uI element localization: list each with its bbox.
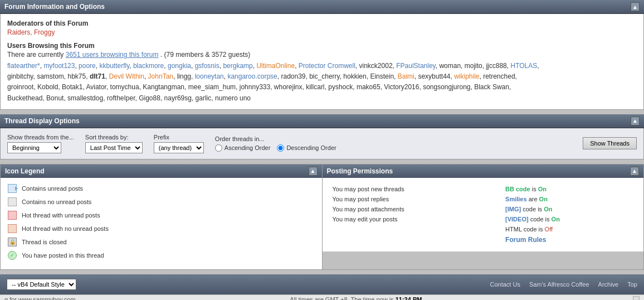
- user-baimi[interactable]: Baimi: [398, 72, 414, 80]
- posting-permissions-header: Posting Permissions ▲: [323, 164, 644, 178]
- hot-unread-icon: [7, 210, 17, 220]
- descending-label[interactable]: Descending Order: [277, 144, 336, 152]
- show-threads-from-label: Show threads from the...: [7, 134, 74, 141]
- ascending-label[interactable]: Ascending Order: [215, 144, 271, 152]
- status-left-text: g for www.sammyboy.com...: [4, 296, 81, 300]
- ascending-text: Ascending Order: [225, 144, 271, 151]
- legend-hot-no-unread: Hot thread with no unread posts: [7, 224, 315, 234]
- user-htolas[interactable]: HTOLAS: [510, 62, 537, 70]
- img-code-value: [IMG] code is On: [503, 205, 636, 214]
- user-mojito: mojito: [465, 62, 482, 70]
- user-fpaulstanley[interactable]: FPaulStanley: [396, 62, 435, 70]
- prefix-select[interactable]: (any thread): [154, 142, 204, 153]
- posted-thread-label: You have posted in this thread: [22, 252, 104, 259]
- posting-permissions-section: Posting Permissions ▲ You may post new t…: [323, 164, 645, 270]
- order-label: Order threads in...: [215, 136, 336, 142]
- user-ginbitchy: ginbitchy: [7, 72, 33, 80]
- thread-display-body: Show threads from the... Beginning Last …: [0, 128, 644, 159]
- user-list: flatearther*, myfoot123, poore, kkbutter…: [7, 61, 637, 104]
- user-myfoot123[interactable]: myfoot123: [43, 62, 75, 70]
- user-buckethead: Buckethead: [7, 94, 42, 102]
- user-flatearther[interactable]: flatearther*: [7, 62, 40, 70]
- footer-style-selector: -- vB4 Default Style: [7, 279, 76, 290]
- unread-posts-label: Contains unread posts: [22, 185, 83, 192]
- descending-text: Descending Order: [286, 144, 336, 151]
- status-right-indicator: [633, 296, 640, 300]
- user-looneytan[interactable]: looneytan: [195, 72, 224, 80]
- user-kangaroo-corpse[interactable]: kangaroo.corpse: [227, 72, 277, 80]
- show-threads-from-group: Show threads from the... Beginning Last …: [7, 134, 74, 153]
- browsing-label: Users Browsing this Forum: [7, 42, 637, 50]
- footer-sams-alfresco[interactable]: Sam's Alfresco Coffee: [529, 281, 589, 288]
- user-mako65: mako65: [357, 83, 380, 91]
- user-tomychua: tomychua: [110, 83, 139, 91]
- permissions-table: You may post new threads BB code is On Y…: [329, 183, 637, 246]
- footer-contact-us[interactable]: Contact Us: [490, 281, 520, 288]
- order-group: Order threads in... Ascending Order Desc…: [215, 136, 336, 152]
- user-lingg: lingg: [177, 72, 191, 80]
- user-johntan[interactable]: JohnTan: [148, 72, 173, 80]
- moderator-raiders[interactable]: Raiders: [7, 28, 30, 36]
- forum-rules-link[interactable]: Forum Rules: [505, 236, 546, 244]
- icon-legend-section: Icon Legend ▲ Contains unread posts Cont…: [0, 164, 323, 270]
- user-victory2016: Victory2016: [384, 83, 419, 91]
- guest-text: . (79 members & 3572 guests): [160, 51, 250, 59]
- html-code-value: HTML code is Off: [503, 225, 636, 234]
- show-threads-button[interactable]: Show Threads: [583, 137, 637, 149]
- ascending-radio[interactable]: [215, 144, 222, 152]
- user-pyshock: pyshock: [328, 83, 353, 91]
- perm-row-edit: You may edit your posts [VIDEO] code is …: [330, 215, 636, 224]
- style-select[interactable]: -- vB4 Default Style: [7, 279, 76, 290]
- user-nayr69sg: nayr69sg: [164, 94, 192, 102]
- user-bergkamp[interactable]: bergkamp: [223, 62, 252, 70]
- footer-archive[interactable]: Archive: [598, 281, 619, 288]
- user-gongkia[interactable]: gongkia: [168, 62, 191, 70]
- prefix-label: Prefix: [154, 134, 204, 141]
- hot-unread-label: Hot thread with unread posts: [22, 212, 100, 219]
- perm-new-threads-label: You may post new threads: [330, 185, 502, 193]
- user-wikiphile[interactable]: wikiphile: [454, 72, 479, 80]
- posting-permissions-title: Posting Permissions: [327, 167, 393, 175]
- user-poore[interactable]: poore: [79, 62, 96, 70]
- user-devil-within[interactable]: Devil Within: [109, 72, 144, 80]
- moderator-froggy[interactable]: Froggy: [34, 28, 55, 36]
- moderators-label: Moderators of this Forum: [7, 20, 637, 27]
- posted-thread-icon: ✓: [7, 250, 17, 260]
- user-bonut: Bonut: [46, 94, 64, 102]
- forum-info-header: Forum Information and Options ▲: [0, 0, 644, 14]
- perm-html-label: [330, 225, 502, 234]
- user-mee-siam-hum: mee_siam_hum: [188, 83, 236, 91]
- perm-rules-empty: [330, 235, 502, 245]
- user-groinroot: groinroot: [7, 83, 33, 91]
- prefix-group: Prefix (any thread): [154, 134, 204, 153]
- forum-info-collapse[interactable]: ▲: [631, 2, 640, 11]
- descending-radio[interactable]: [277, 144, 284, 152]
- show-threads-from-select[interactable]: Beginning Last Day Last 2 Days Last Week…: [7, 142, 61, 153]
- perm-replies-label: You may post replies: [330, 195, 502, 204]
- icon-legend-body: Contains unread posts Contains no unread…: [1, 178, 322, 269]
- sort-by-group: Sort threads by: Last Post Time Thread T…: [85, 134, 143, 153]
- smilies-value: Smilies are On: [503, 195, 636, 204]
- user-kkbutterfly[interactable]: kkbutterfly: [99, 62, 129, 70]
- user-black-swan: Black Swan: [474, 83, 509, 91]
- footer-top[interactable]: Top: [627, 281, 637, 288]
- user-bic-cherry: bic_cherry: [309, 72, 339, 80]
- posting-permissions-collapse[interactable]: ▲: [630, 167, 639, 176]
- closed-thread-icon: 🔒: [7, 237, 17, 247]
- member-count-link[interactable]: 3651 users browsing this forum: [66, 51, 159, 59]
- browsing-text: There are currently: [7, 51, 64, 59]
- user-johnny333: johnny333: [240, 83, 270, 91]
- user-kangtangman: Kangtangman: [143, 83, 184, 91]
- posting-permissions-body: You may post new threads BB code is On Y…: [323, 178, 644, 251]
- user-protector-cromwell[interactable]: Protector Cromwell: [299, 62, 355, 70]
- sort-by-select[interactable]: Last Post Time Thread Title Thread Start…: [85, 142, 143, 153]
- perm-edit-label: You may edit your posts: [330, 215, 502, 224]
- perm-attachments-label: You may post attachments: [330, 205, 502, 214]
- user-blackmore[interactable]: blackmore: [133, 62, 164, 70]
- user-gsfosnis[interactable]: gsfosnis: [195, 62, 219, 70]
- icon-legend-collapse[interactable]: ▲: [309, 167, 318, 176]
- legend-unread: Contains unread posts: [7, 183, 315, 193]
- user-ultimaonline[interactable]: UltimaOnline: [256, 62, 295, 70]
- user-roftheIper: roftheIper: [107, 94, 135, 102]
- thread-display-collapse[interactable]: ▲: [631, 117, 640, 125]
